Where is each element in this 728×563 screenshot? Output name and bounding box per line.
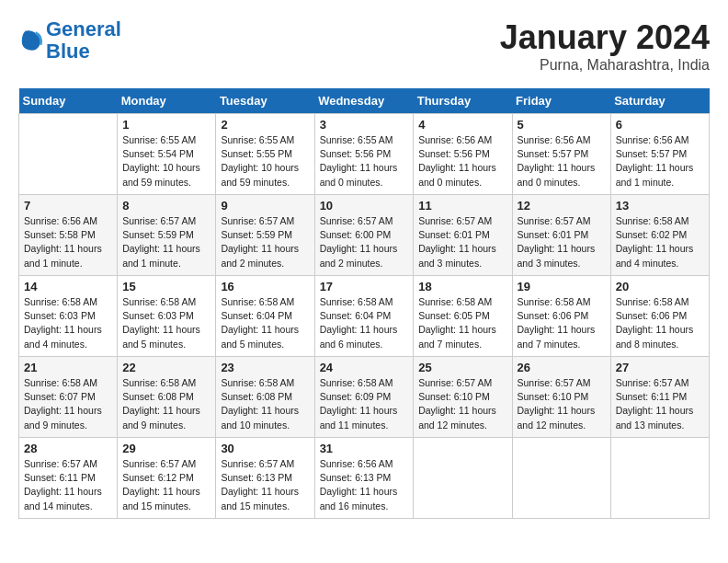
day-number: 18 — [418, 280, 506, 293]
calendar-cell: 13Sunrise: 6:58 AMSunset: 6:02 PMDayligh… — [610, 195, 709, 276]
day-number: 13 — [616, 199, 704, 213]
day-info: Sunrise: 6:57 AMSunset: 6:12 PMDaylight:… — [122, 457, 210, 513]
calendar-cell: 19Sunrise: 6:58 AMSunset: 6:06 PMDayligh… — [512, 276, 610, 357]
day-info: Sunrise: 6:58 AMSunset: 6:06 PMDaylight:… — [616, 295, 704, 351]
weekday-header-monday: Monday — [118, 88, 216, 114]
calendar-cell: 24Sunrise: 6:58 AMSunset: 6:09 PMDayligh… — [314, 357, 414, 438]
calendar-cell: 31Sunrise: 6:56 AMSunset: 6:13 PMDayligh… — [314, 438, 414, 519]
week-row-3: 14Sunrise: 6:58 AMSunset: 6:03 PMDayligh… — [19, 276, 710, 357]
day-info: Sunrise: 6:57 AMSunset: 6:01 PMDaylight:… — [418, 214, 506, 270]
day-number: 4 — [418, 118, 506, 132]
calendar-cell: 23Sunrise: 6:58 AMSunset: 6:08 PMDayligh… — [216, 357, 314, 438]
day-number: 22 — [122, 361, 210, 374]
day-info: Sunrise: 6:56 AMSunset: 5:56 PMDaylight:… — [418, 133, 506, 190]
calendar-header: SundayMondayTuesdayWednesdayThursdayFrid… — [19, 88, 710, 114]
day-number: 15 — [122, 280, 210, 293]
day-info: Sunrise: 6:57 AMSunset: 6:10 PMDaylight:… — [518, 376, 606, 432]
day-number: 30 — [221, 442, 309, 455]
logo-line1: General — [46, 17, 121, 40]
calendar-cell: 16Sunrise: 6:58 AMSunset: 6:04 PMDayligh… — [216, 276, 314, 357]
calendar-cell: 11Sunrise: 6:57 AMSunset: 6:01 PMDayligh… — [414, 195, 512, 276]
day-number: 29 — [122, 442, 210, 455]
weekday-header-wednesday: Wednesday — [314, 88, 414, 114]
day-number: 17 — [320, 280, 409, 293]
day-info: Sunrise: 6:57 AMSunset: 6:00 PMDaylight:… — [320, 214, 409, 270]
calendar-cell: 10Sunrise: 6:57 AMSunset: 6:00 PMDayligh… — [314, 195, 414, 276]
logo-icon — [18, 28, 44, 53]
calendar-cell: 17Sunrise: 6:58 AMSunset: 6:04 PMDayligh… — [314, 276, 414, 357]
day-info: Sunrise: 6:58 AMSunset: 6:05 PMDaylight:… — [418, 295, 506, 351]
weekday-header-sunday: Sunday — [19, 88, 118, 114]
logo-text: General Blue — [46, 18, 121, 63]
calendar-cell — [512, 438, 610, 519]
day-info: Sunrise: 6:58 AMSunset: 6:04 PMDaylight:… — [221, 295, 309, 351]
day-number: 31 — [320, 442, 409, 455]
day-info: Sunrise: 6:58 AMSunset: 6:07 PMDaylight:… — [24, 376, 112, 432]
day-info: Sunrise: 6:55 AMSunset: 5:56 PMDaylight:… — [320, 133, 409, 190]
day-info: Sunrise: 6:57 AMSunset: 6:11 PMDaylight:… — [616, 376, 704, 432]
day-number: 25 — [418, 361, 506, 374]
day-info: Sunrise: 6:57 AMSunset: 5:59 PMDaylight:… — [122, 214, 210, 270]
day-info: Sunrise: 6:57 AMSunset: 6:01 PMDaylight:… — [518, 214, 606, 270]
day-info: Sunrise: 6:58 AMSunset: 6:03 PMDaylight:… — [122, 295, 210, 351]
title-block: January 2024 Purna, Maharashtra, India — [500, 18, 710, 74]
day-info: Sunrise: 6:55 AMSunset: 5:55 PMDaylight:… — [221, 133, 309, 190]
day-number: 1 — [122, 118, 210, 132]
month-title: January 2024 — [500, 18, 710, 57]
calendar-cell: 2Sunrise: 6:55 AMSunset: 5:55 PMDaylight… — [216, 114, 314, 195]
day-info: Sunrise: 6:58 AMSunset: 6:03 PMDaylight:… — [24, 295, 112, 351]
day-number: 3 — [320, 118, 409, 132]
day-info: Sunrise: 6:56 AMSunset: 5:57 PMDaylight:… — [616, 133, 704, 190]
day-info: Sunrise: 6:56 AMSunset: 5:58 PMDaylight:… — [24, 214, 112, 270]
calendar-table: SundayMondayTuesdayWednesdayThursdayFrid… — [18, 88, 710, 519]
day-number: 9 — [221, 199, 309, 213]
calendar-cell: 14Sunrise: 6:58 AMSunset: 6:03 PMDayligh… — [19, 276, 118, 357]
calendar-cell: 21Sunrise: 6:58 AMSunset: 6:07 PMDayligh… — [19, 357, 118, 438]
calendar-cell: 20Sunrise: 6:58 AMSunset: 6:06 PMDayligh… — [610, 276, 709, 357]
day-info: Sunrise: 6:57 AMSunset: 6:10 PMDaylight:… — [418, 376, 506, 432]
calendar-cell — [19, 114, 118, 195]
day-number: 6 — [616, 118, 704, 132]
day-info: Sunrise: 6:58 AMSunset: 6:08 PMDaylight:… — [221, 376, 309, 432]
day-number: 23 — [221, 361, 309, 374]
day-info: Sunrise: 6:58 AMSunset: 6:09 PMDaylight:… — [320, 376, 409, 432]
day-number: 24 — [320, 361, 409, 374]
day-info: Sunrise: 6:58 AMSunset: 6:08 PMDaylight:… — [122, 376, 210, 432]
weekday-header-saturday: Saturday — [610, 88, 709, 114]
calendar-cell: 30Sunrise: 6:57 AMSunset: 6:13 PMDayligh… — [216, 438, 314, 519]
day-number: 14 — [24, 280, 112, 293]
logo-line2: Blue — [46, 40, 90, 63]
calendar-cell: 25Sunrise: 6:57 AMSunset: 6:10 PMDayligh… — [414, 357, 512, 438]
day-number: 21 — [24, 361, 112, 374]
day-info: Sunrise: 6:56 AMSunset: 6:13 PMDaylight:… — [320, 457, 409, 513]
day-number: 10 — [320, 199, 409, 213]
calendar-cell: 28Sunrise: 6:57 AMSunset: 6:11 PMDayligh… — [19, 438, 118, 519]
calendar-cell: 26Sunrise: 6:57 AMSunset: 6:10 PMDayligh… — [512, 357, 610, 438]
calendar-body: 1Sunrise: 6:55 AMSunset: 5:54 PMDaylight… — [19, 114, 710, 519]
day-number: 11 — [418, 199, 506, 213]
day-number: 20 — [616, 280, 704, 293]
day-number: 12 — [518, 199, 606, 213]
day-info: Sunrise: 6:57 AMSunset: 6:13 PMDaylight:… — [221, 457, 309, 513]
calendar-cell: 6Sunrise: 6:56 AMSunset: 5:57 PMDaylight… — [610, 114, 709, 195]
day-info: Sunrise: 6:57 AMSunset: 6:11 PMDaylight:… — [24, 457, 112, 513]
day-info: Sunrise: 6:55 AMSunset: 5:54 PMDaylight:… — [122, 133, 210, 190]
week-row-4: 21Sunrise: 6:58 AMSunset: 6:07 PMDayligh… — [19, 357, 710, 438]
calendar-cell — [414, 438, 512, 519]
calendar-cell: 27Sunrise: 6:57 AMSunset: 6:11 PMDayligh… — [610, 357, 709, 438]
page-header: General Blue January 2024 Purna, Maharas… — [18, 18, 710, 74]
day-number: 26 — [518, 361, 606, 374]
day-number: 27 — [616, 361, 704, 374]
day-number: 2 — [221, 118, 309, 132]
calendar-cell — [610, 438, 709, 519]
calendar-cell: 7Sunrise: 6:56 AMSunset: 5:58 PMDaylight… — [19, 195, 118, 276]
calendar-cell: 4Sunrise: 6:56 AMSunset: 5:56 PMDaylight… — [414, 114, 512, 195]
weekday-header-friday: Friday — [512, 88, 610, 114]
week-row-2: 7Sunrise: 6:56 AMSunset: 5:58 PMDaylight… — [19, 195, 710, 276]
day-number: 5 — [518, 118, 606, 132]
calendar-cell: 1Sunrise: 6:55 AMSunset: 5:54 PMDaylight… — [118, 114, 216, 195]
calendar-cell: 29Sunrise: 6:57 AMSunset: 6:12 PMDayligh… — [118, 438, 216, 519]
week-row-1: 1Sunrise: 6:55 AMSunset: 5:54 PMDaylight… — [19, 114, 710, 195]
weekday-row: SundayMondayTuesdayWednesdayThursdayFrid… — [19, 88, 710, 114]
week-row-5: 28Sunrise: 6:57 AMSunset: 6:11 PMDayligh… — [19, 438, 710, 519]
